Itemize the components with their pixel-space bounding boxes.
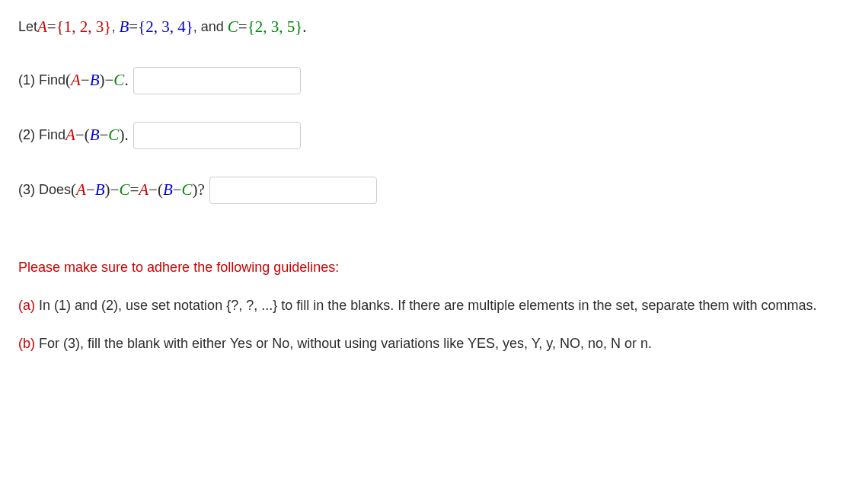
question-3: (3) Does ( A − B ) − C = A − ( B − C ) ? <box>18 177 825 204</box>
minus-sign: − <box>81 69 90 93</box>
and-text: , and <box>193 17 224 37</box>
let-text: Let <box>18 17 37 37</box>
minus-sign: − <box>148 178 158 203</box>
var-c: C <box>182 178 193 203</box>
minus-sign: − <box>75 123 85 148</box>
answer-input-1[interactable] <box>133 67 301 94</box>
var-b: B <box>163 178 173 203</box>
period: . <box>124 123 128 148</box>
question-mark: ? <box>198 178 205 203</box>
equals-sign: = <box>129 178 139 203</box>
problem-statement: Let A = {1, 2, 3} , B = {2, 3, 4} , and … <box>18 15 825 40</box>
set-b-variable: B <box>119 15 129 40</box>
paren-open: ( <box>71 178 76 203</box>
var-a: A <box>71 69 81 93</box>
set-c-variable: C <box>228 15 238 40</box>
var-c: C <box>108 123 119 148</box>
question-2: (2) Find A − ( B − C ) . <box>18 122 825 149</box>
var-b: B <box>95 178 105 203</box>
paren-close: ) <box>105 178 110 203</box>
question-1-label: (1) Find <box>18 70 65 91</box>
paren-close: ) <box>193 178 198 203</box>
guideline-b-label: (b) <box>18 336 35 351</box>
set-c-value: {2, 3, 5} <box>247 15 303 40</box>
answer-input-2[interactable] <box>133 122 301 149</box>
guideline-b-text: For (3), fill the blank with either Yes … <box>35 336 652 351</box>
var-a: A <box>65 123 75 148</box>
guideline-b: (b) For (3), fill the blank with either … <box>18 333 825 355</box>
period: . <box>124 69 128 93</box>
guidelines-title: Please make sure to adhere the following… <box>18 257 825 278</box>
paren-open: ( <box>158 178 163 203</box>
minus-sign: − <box>105 69 114 93</box>
equals-sign: = <box>129 15 138 40</box>
minus-sign: − <box>86 178 95 203</box>
paren-close: ) <box>100 69 105 93</box>
var-a: A <box>139 178 148 203</box>
guideline-a-label: (a) <box>18 298 35 313</box>
var-c: C <box>119 178 129 203</box>
period: . <box>302 15 306 40</box>
question-3-label: (3) Does <box>18 180 71 200</box>
question-2-label: (2) Find <box>18 125 65 145</box>
set-b-value: {2, 3, 4} <box>138 15 193 40</box>
paren-open: ( <box>85 123 90 148</box>
set-a-variable: A <box>37 15 47 40</box>
question-1: (1) Find ( A − B ) − C . <box>18 67 825 94</box>
separator-text: , <box>111 17 115 37</box>
paren-close: ) <box>119 123 124 148</box>
set-a-value: {1, 2, 3} <box>56 15 112 40</box>
answer-input-3[interactable] <box>209 177 377 204</box>
guideline-a-text: In (1) and (2), use set notation {?, ?, … <box>35 298 817 313</box>
var-a: A <box>76 178 86 203</box>
minus-sign: − <box>173 178 182 203</box>
var-b: B <box>90 123 100 148</box>
guidelines-section: Please make sure to adhere the following… <box>18 257 825 356</box>
minus-sign: − <box>110 178 120 203</box>
var-b: B <box>90 69 100 93</box>
equals-sign: = <box>47 15 56 40</box>
paren-open: ( <box>65 69 71 93</box>
var-c: C <box>113 69 124 93</box>
minus-sign: − <box>100 123 109 148</box>
equals-sign: = <box>238 15 247 40</box>
guideline-a: (a) In (1) and (2), use set notation {?,… <box>18 295 825 317</box>
